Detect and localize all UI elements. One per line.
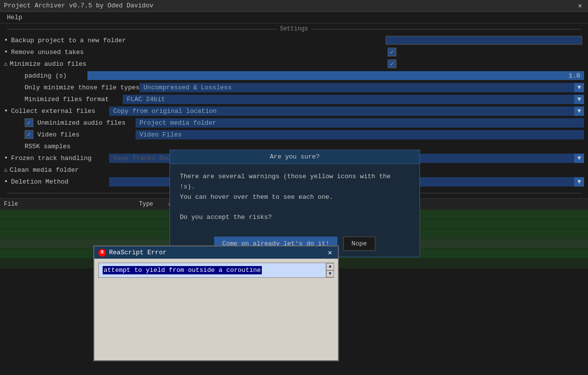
collect-external-row: • Collect external files Copy from origi… [0, 105, 588, 117]
remove-unused-takes-control [388, 48, 584, 56]
padding-slider-track[interactable]: 1.0 [87, 71, 584, 80]
frozen-track-label: Frozen track handling [11, 155, 109, 162]
frozen-bullet: • [4, 154, 8, 162]
minimize-audio-row: ⚠️ Minimize audio files [0, 58, 588, 70]
title-bar: Project Archiver v0.7.5 by Oded Davidov … [0, 0, 588, 12]
title-close-button[interactable]: ✕ [576, 1, 584, 10]
remove-unused-takes-label: Remove unused takes [11, 49, 109, 56]
remove-bullet: • [4, 48, 8, 56]
dialog-error: R ReaScript Error ✕ attempt to yield fro… [93, 245, 339, 361]
remove-unused-takes-row: • Remove unused takes [0, 46, 588, 58]
unminimized-audio-checkbox[interactable] [25, 118, 33, 127]
collect-external-dropdown-btn[interactable]: ▼ [574, 107, 584, 116]
minimize-audio-label: Minimize audio files [10, 60, 108, 68]
padding-row: padding (s) 1.0 [0, 70, 588, 81]
nope-button[interactable]: Nope [343, 237, 375, 251]
frozen-track-dropdown-btn[interactable]: ▼ [574, 154, 584, 163]
dialog-error-title-left: R ReaScript Error [98, 249, 167, 257]
menu-bar: Help [0, 12, 588, 24]
unminimized-audio-placeholder: Project media folder [136, 118, 584, 128]
dialog-error-close-button[interactable]: ✕ [326, 248, 334, 257]
scroll-up-btn[interactable]: ▲ [326, 263, 334, 270]
remove-unused-takes-checkbox[interactable] [388, 48, 396, 56]
minimize-audio-control [388, 59, 584, 68]
collect-external-value: Copy from original location [109, 107, 574, 116]
collect-external-dropdown-wrapper: Copy from original location ▼ [109, 107, 584, 116]
minimized-format-row: Minimized files format FLAC 24bit ▼ [0, 93, 588, 105]
dialog-error-title: ReaScript Error [109, 249, 167, 256]
only-minimize-dropdown-btn[interactable]: ▼ [574, 83, 584, 92]
dialog-sure-body-line2: You can hover over them to see each one. [180, 193, 333, 201]
backup-project-label: Backup project to a new folder [11, 37, 126, 44]
padding-label: padding (s) [25, 72, 84, 80]
minimized-format-value: FLAC 24bit [123, 95, 574, 104]
error-text: attempt to yield from outside a coroutin… [103, 266, 262, 274]
only-minimize-label: Only minimize those file types [25, 84, 140, 91]
unminimized-audio-row: Unminimized audio files Project media fo… [0, 117, 588, 129]
deletion-dropdown-btn[interactable]: ▼ [574, 177, 584, 187]
app-title: Project Archiver v0.7.5 by Oded Davidov [4, 2, 153, 9]
clean-media-label: Clean media folder [10, 166, 108, 174]
only-minimize-row: Only minimize those file types Uncompres… [0, 81, 588, 93]
deletion-bullet: • [4, 178, 8, 186]
clean-media-warning-icon: ⚠️ [4, 166, 8, 174]
dialog-sure-body: There are several warnings (those yellow… [170, 164, 420, 231]
settings-section-header: Settings [0, 24, 588, 34]
reascript-error-icon: R [98, 249, 106, 257]
menu-help[interactable]: Help [4, 13, 25, 22]
section-line-left [7, 29, 277, 29]
backup-project-control [386, 36, 584, 45]
padding-slider-fill [87, 71, 584, 80]
minimize-audio-warning-icon: ⚠️ [4, 60, 8, 68]
error-text-box: attempt to yield from outside a coroutin… [98, 263, 334, 278]
backup-project-checkbox[interactable] [386, 36, 582, 45]
dialog-sure-body-line4: Do you accept the risks? [180, 214, 272, 221]
collect-external-label: Collect external files [11, 107, 109, 115]
padding-value: 1.0 [569, 71, 580, 80]
video-files-checkbox[interactable] [25, 130, 33, 139]
dialog-sure-title: Are you sure? [170, 150, 420, 164]
minimized-format-label: Minimized files format [25, 96, 123, 103]
video-files-label: Video files [37, 131, 136, 138]
unminimized-audio-label: Unminimized audio files [37, 119, 136, 127]
dialog-sure: Are you sure? There are several warnings… [169, 150, 420, 257]
col-header-file: File [4, 201, 139, 208]
minimize-audio-checkbox[interactable] [388, 59, 396, 68]
error-empty-area [98, 278, 334, 356]
dialog-error-titlebar: R ReaScript Error ✕ [94, 246, 338, 259]
deletion-method-label: Deletion Method [11, 178, 109, 186]
only-minimize-dropdown-wrapper: Uncompressed & Lossless ▼ [140, 83, 584, 92]
video-files-row: Video files Video Files [0, 129, 588, 140]
col-header-type: Type [139, 201, 168, 208]
dialog-error-body: attempt to yield from outside a coroutin… [94, 259, 338, 360]
dialog-sure-body-line1: There are several warnings (those yellow… [180, 173, 391, 190]
rs5k-label: RS5K samples [25, 143, 123, 150]
section-line-right [311, 29, 581, 29]
collect-bullet: • [4, 107, 8, 115]
only-minimize-value: Uncompressed & Lossless [140, 83, 574, 92]
video-files-value: Video Files [136, 130, 584, 139]
backup-project-row: • Backup project to a new folder [0, 34, 588, 46]
minimized-format-dropdown-btn[interactable]: ▼ [574, 95, 584, 104]
settings-section-label: Settings [280, 26, 308, 32]
minimized-format-dropdown-wrapper: FLAC 24bit ▼ [123, 95, 584, 104]
backup-bullet: • [4, 36, 8, 44]
scroll-down-btn[interactable]: ▼ [326, 270, 334, 278]
error-scrollbar[interactable]: ▲ ▼ [326, 263, 334, 277]
